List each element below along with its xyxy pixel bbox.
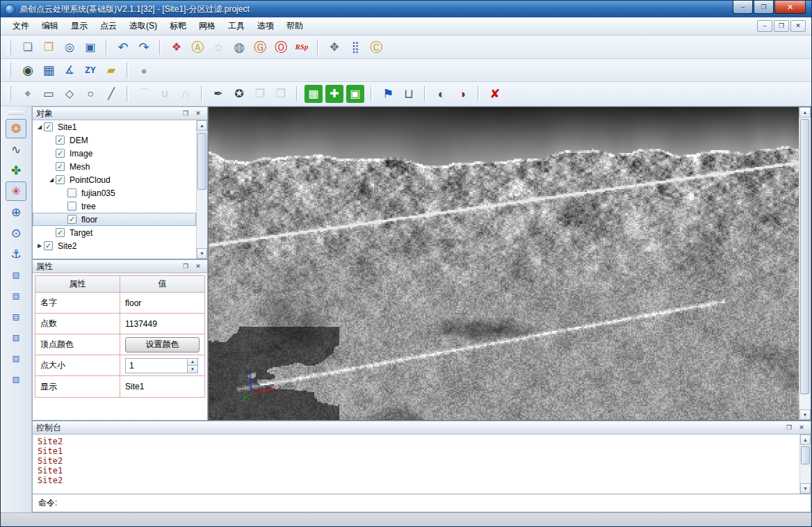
console-close-button[interactable]: ✕: [796, 423, 807, 432]
tree-item-floor[interactable]: ✓floor: [33, 213, 196, 226]
zy-axis-button[interactable]: ZY: [81, 61, 99, 79]
command-input[interactable]: [60, 494, 811, 512]
properties-float-button[interactable]: ❐: [180, 261, 191, 271]
scrollbar-thumb[interactable]: [801, 446, 810, 464]
pin-button[interactable]: ✒: [209, 85, 227, 103]
cube-view-2-button[interactable]: ⧈: [6, 286, 26, 305]
circle-g-button[interactable]: Ⓖ: [251, 38, 269, 56]
checkbox[interactable]: ✓: [67, 215, 76, 224]
open-folder-button[interactable]: ❐: [40, 38, 58, 56]
dot-grid-button[interactable]: ⣿: [346, 38, 364, 56]
console-scrollbar[interactable]: ▲ ▼: [799, 435, 811, 494]
sphere-red-button[interactable]: ◑: [453, 85, 471, 103]
checkbox[interactable]: [67, 202, 76, 211]
chart-button[interactable]: ∡: [60, 61, 79, 79]
lasso-union-button[interactable]: ∪: [156, 85, 174, 103]
tree-item-tree[interactable]: tree: [33, 200, 196, 213]
curve-tool-button[interactable]: ∿: [6, 140, 26, 159]
scroll-up-button[interactable]: ▲: [197, 120, 207, 131]
menu-工具[interactable]: 工具: [222, 17, 251, 35]
fish-tool-button[interactable]: ❂: [6, 119, 26, 138]
circle-a-button[interactable]: Ⓐ: [188, 38, 206, 56]
spinner-down-button[interactable]: ▼: [187, 366, 197, 373]
lasso-intersect-button[interactable]: ∩: [177, 85, 195, 103]
close-button[interactable]: ✕: [774, 1, 806, 14]
expander-icon[interactable]: ◢: [35, 124, 44, 130]
filter-tool-button[interactable]: ✳: [6, 181, 26, 201]
menu-网格[interactable]: 网格: [193, 17, 222, 35]
scrollbar-thumb[interactable]: [800, 119, 809, 394]
sphere-dark-button[interactable]: ◐: [432, 85, 450, 103]
expander-icon[interactable]: ◢: [47, 177, 56, 183]
find-document-button[interactable]: ◎: [60, 38, 79, 56]
tree-item-Site2[interactable]: ▶✓Site2: [33, 239, 196, 252]
set-color-button[interactable]: 设置颜色: [125, 337, 200, 352]
objects-scrollbar[interactable]: ▲ ▼: [196, 120, 207, 259]
objects-close-button[interactable]: ✕: [193, 108, 204, 118]
line-select-button[interactable]: ╱: [102, 85, 120, 103]
console-float-button[interactable]: ❐: [783, 423, 795, 432]
tree-item-Target[interactable]: ✓Target: [33, 226, 196, 239]
grid-accept-button[interactable]: ▦: [304, 85, 323, 103]
save-button[interactable]: ▣: [81, 38, 99, 56]
expander-icon[interactable]: ▶: [35, 243, 44, 249]
box-accept-button[interactable]: ▣: [346, 85, 364, 103]
checkbox[interactable]: ✓: [56, 149, 65, 158]
pick-select-button[interactable]: ⌖: [19, 85, 37, 103]
menu-帮助[interactable]: 帮助: [280, 17, 309, 35]
ellipse-select-button[interactable]: ○: [81, 85, 99, 103]
cube-view-3-button[interactable]: ⧈: [6, 307, 26, 326]
viewport-3d-canvas[interactable]: [209, 107, 799, 420]
scroll-up-button[interactable]: ▲: [800, 435, 811, 445]
dotted-circle-button[interactable]: ◌: [209, 38, 227, 56]
mdi-restore-button[interactable]: ❐: [774, 20, 789, 32]
checkbox[interactable]: ✓: [56, 162, 65, 171]
checkbox[interactable]: ✓: [56, 175, 65, 184]
checkbox[interactable]: ✓: [44, 241, 53, 250]
menu-标靶[interactable]: 标靶: [163, 17, 193, 35]
tree-item-fujian035[interactable]: fujian035: [33, 186, 196, 200]
checkbox[interactable]: ✓: [56, 228, 65, 237]
cross-arrows-button[interactable]: ✥: [325, 38, 343, 56]
menu-显示[interactable]: 显示: [65, 17, 94, 35]
tree-item-PointCloud[interactable]: ◢✓PointCloud: [33, 173, 196, 186]
scale-ruler-button[interactable]: ▰: [102, 61, 120, 79]
flag-button[interactable]: ⚑: [379, 85, 397, 103]
undo-site-button[interactable]: ↶: [114, 38, 132, 56]
new-document-button[interactable]: ❏: [19, 38, 37, 56]
properties-close-button[interactable]: ✕: [193, 261, 204, 271]
menu-选项[interactable]: 选项: [251, 17, 280, 35]
zoom-tool-button[interactable]: ⊙: [6, 223, 26, 243]
cancel-button[interactable]: ✘: [486, 85, 504, 103]
rect-select-button[interactable]: ▭: [40, 85, 58, 103]
lasso-arc-button[interactable]: ⌒: [135, 85, 153, 103]
delete-button[interactable]: ⊔: [400, 85, 418, 103]
cube-view-6-button[interactable]: ⧈: [6, 369, 26, 389]
point-size-spinner[interactable]: 1▲▼: [125, 358, 198, 373]
scroll-down-button[interactable]: ▼: [197, 248, 207, 259]
table-grid-button[interactable]: ▦: [40, 61, 58, 79]
checkbox[interactable]: ✓: [44, 122, 53, 131]
circle-c-button[interactable]: Ⓒ: [367, 38, 385, 56]
checkbox[interactable]: ✓: [56, 136, 65, 145]
locate-tool-button[interactable]: ⚓: [6, 244, 26, 264]
objects-float-button[interactable]: ❐: [180, 108, 191, 118]
scroll-down-button[interactable]: ▼: [799, 410, 811, 420]
rsp-button[interactable]: RSp: [293, 38, 311, 56]
menu-文件[interactable]: 文件: [6, 17, 35, 35]
pin-accept-button[interactable]: ✚: [325, 85, 343, 103]
circle-o-button[interactable]: Ⓞ: [272, 38, 290, 56]
tree-item-Site1[interactable]: ◢✓Site1: [33, 120, 196, 133]
globe-button[interactable]: ◉: [19, 61, 37, 79]
scroll-down-button[interactable]: ▼: [800, 483, 811, 494]
menu-编辑[interactable]: 编辑: [35, 17, 65, 35]
tree-item-Mesh[interactable]: ✓Mesh: [33, 160, 196, 173]
menu-选取(S)[interactable]: 选取(S): [123, 17, 163, 35]
scrollbar-thumb[interactable]: [197, 133, 206, 190]
spinner-up-button[interactable]: ▲: [187, 359, 197, 366]
mdi-close-button[interactable]: ✕: [790, 20, 806, 32]
sphere-m-button[interactable]: ◍: [230, 38, 248, 56]
restore-button[interactable]: ❐: [754, 1, 774, 14]
polygon-select-button[interactable]: ◇: [60, 85, 79, 103]
gray-sphere-button[interactable]: ●: [135, 61, 153, 79]
